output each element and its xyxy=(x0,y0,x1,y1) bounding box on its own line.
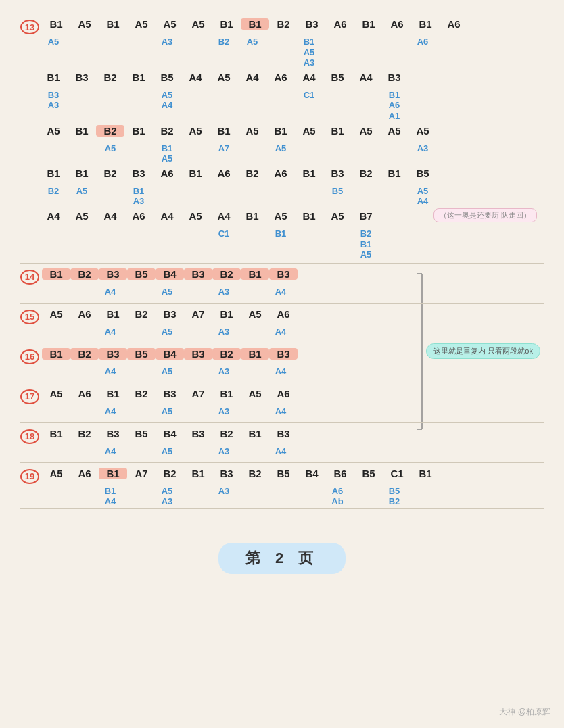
sub-cell-multi: B1 A5 xyxy=(153,143,181,164)
sub-cell-empty xyxy=(124,287,153,297)
cell: B1 xyxy=(380,168,408,179)
sub-cell: A3 xyxy=(210,406,238,416)
cell: B2 xyxy=(156,468,184,479)
sub-cell: B1 xyxy=(295,37,323,47)
cell: B5 xyxy=(127,428,156,439)
section-14: 14 B1 B2 B3 B5 B4 B3 B2 B1 B3 xyxy=(20,264,544,304)
sub-cell: A5 xyxy=(39,37,68,47)
sub-cell: A4 xyxy=(266,406,295,416)
sub-cell-multi: B2 B1 A5 xyxy=(352,228,380,260)
sub-cell: A5 xyxy=(153,366,181,377)
sub-cell-empty xyxy=(181,406,210,416)
row-13-4: B1 B1 B2 B3 A6 B1 A6 B2 A6 B1 B3 B2 B1 B… xyxy=(20,167,544,186)
cell: B1 xyxy=(212,388,241,399)
sub-cell-empty xyxy=(124,326,153,337)
cell: A4 xyxy=(39,210,68,222)
cell: B3 xyxy=(212,468,241,479)
cell: A5 xyxy=(42,468,70,479)
cell: B1 xyxy=(212,18,241,30)
sub-cell-empty xyxy=(238,446,266,456)
sub-cell: A1 xyxy=(380,111,408,122)
sub-cell: B5 xyxy=(323,186,352,196)
cell: A6 xyxy=(269,388,298,399)
cell: B3 xyxy=(68,72,96,83)
sub-cell: B3 xyxy=(39,90,68,101)
sub-row-13-5: C1 B1 B2 B1 A5 xyxy=(20,228,544,260)
cell: A6 xyxy=(70,468,99,479)
sub-cell: A4 xyxy=(266,287,295,297)
sub-cell: A4 xyxy=(266,366,295,377)
cell: B2 xyxy=(241,468,269,479)
sub-cell: B2 xyxy=(352,228,380,239)
cell: A5 xyxy=(70,18,99,30)
cell: A4 xyxy=(238,72,266,83)
cell: A5 xyxy=(127,18,156,30)
cell-highlighted: B2 xyxy=(70,348,99,360)
cell-highlighted: B3 xyxy=(184,348,212,360)
cell: B4 xyxy=(156,428,184,439)
cell: B1 xyxy=(212,308,241,320)
sub-cell: A3 xyxy=(295,57,323,68)
cell: B1 xyxy=(266,125,295,137)
sub-cell-multi: A5 A4 xyxy=(153,90,181,111)
sub-cell: A5 xyxy=(266,143,295,153)
sub-cell-empty xyxy=(124,366,153,377)
cell: B3 xyxy=(156,388,184,399)
sub-cell-empty xyxy=(238,326,266,337)
sub-cell: A3 xyxy=(153,37,181,47)
sub-cell: A5 xyxy=(96,143,124,153)
sub-cell: A4 xyxy=(96,366,124,377)
sub-cell: A4 xyxy=(153,100,181,111)
sub-cell: A6 xyxy=(380,100,408,111)
cell-highlighted: B1 xyxy=(99,468,127,479)
cell: B1 xyxy=(99,388,127,399)
cell-highlighted: B1 xyxy=(42,348,70,360)
sub-row-13-2: B3 A3 A5 A4 C1 xyxy=(20,90,544,122)
cell: A6 xyxy=(153,168,181,179)
cell: B1 xyxy=(411,18,440,30)
sub-cell: A5 xyxy=(408,186,437,197)
section-number-14: 14 xyxy=(20,270,39,285)
cell: A5 xyxy=(181,125,210,137)
sub-cell: A5 xyxy=(153,90,181,101)
section-17: 17 A5 A6 B1 B2 B3 A7 B1 A5 A6 xyxy=(20,383,544,423)
sub-cell-empty xyxy=(124,406,153,416)
cell: B5 xyxy=(153,72,181,83)
sub-cell: A3 xyxy=(210,486,238,496)
cell: A6 xyxy=(70,388,99,399)
row-13-1: 13 B1 A5 B1 A5 A5 A5 B1 B1 B2 B3 A6 B1 A… xyxy=(20,18,544,37)
cell: A5 xyxy=(408,125,437,137)
sub-cell: A3 xyxy=(124,196,153,207)
cell: A6 xyxy=(440,18,468,30)
sub-cell-empty xyxy=(68,366,96,377)
sub-cell: A5 xyxy=(153,406,181,416)
sub-cell: A6 xyxy=(408,37,437,47)
sub-cell-empty xyxy=(68,326,96,337)
cell: A5 xyxy=(42,308,70,320)
sub-cell-empty xyxy=(39,446,68,456)
cell: B1 xyxy=(181,168,210,179)
sub-cell: A5 xyxy=(68,186,96,196)
section-number-19: 19 xyxy=(20,469,39,484)
cell: B7 xyxy=(352,210,380,222)
sub-row-16-1: A4 A5 A3 A4 xyxy=(20,366,544,381)
cell: B1 xyxy=(42,428,70,439)
cell: B1 xyxy=(295,210,323,222)
cell: B1 xyxy=(241,428,269,439)
cell: B2 xyxy=(96,72,124,83)
section-19: 19 A5 A6 B1 A7 B2 B1 B3 B2 B5 B4 B6 B5 C… xyxy=(20,463,544,509)
cell: A4 xyxy=(352,72,380,83)
sub-cell: A5 xyxy=(295,47,323,58)
cell: A6 xyxy=(124,210,153,222)
sub-cell: A5 xyxy=(238,37,266,47)
cell: B3 xyxy=(124,168,153,179)
cell: B2 xyxy=(269,18,298,30)
sub-cell: A3 xyxy=(210,287,238,297)
cell: A4 xyxy=(295,72,323,83)
cell: B1 xyxy=(411,468,440,479)
cell-highlighted: B3 xyxy=(269,268,298,280)
cell: A5 xyxy=(352,125,380,137)
sub-cell-empty xyxy=(181,287,210,297)
sub-row-13-1: A5 A3 B2 A5 B1 A5 A3 xyxy=(20,37,544,68)
cell-highlighted: B4 xyxy=(156,268,184,280)
